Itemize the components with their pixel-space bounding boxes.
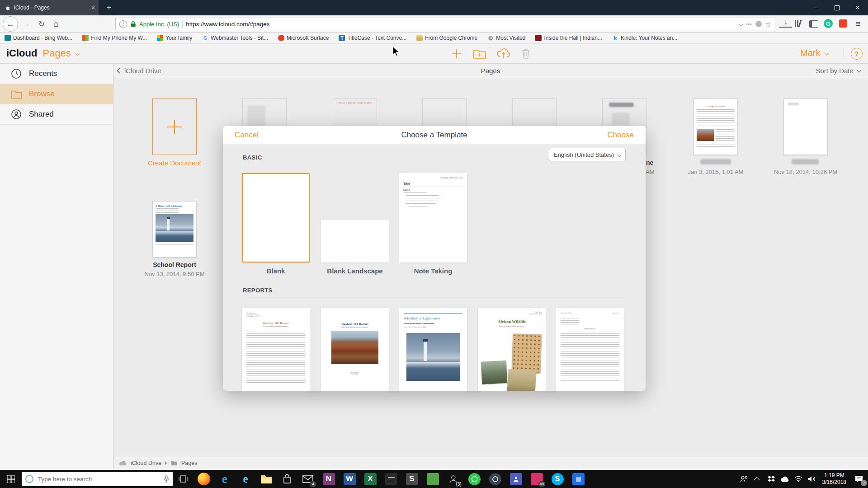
downloads-icon[interactable]: ↓: [779, 18, 792, 28]
help-button[interactable]: ?: [851, 48, 863, 60]
language-dropdown[interactable]: English (United States): [549, 148, 626, 161]
bookmark-item[interactable]: Inside the Hall | Indian...: [535, 35, 602, 41]
cancel-button[interactable]: Cancel: [235, 131, 259, 140]
pocket-icon[interactable]: [755, 21, 762, 27]
template-report-geology-photo[interactable]: Geology 101 Report Sed et lacus quis eni…: [321, 308, 389, 391]
reload-button-icon[interactable]: ↻: [35, 18, 48, 30]
menu-hamburger-icon[interactable]: ≡: [852, 18, 864, 30]
template-label-note-taking[interactable]: Note Taking: [390, 267, 476, 275]
template-report-lighthouses[interactable]: A History of Lighthouses Lorem ipsum dol…: [399, 308, 467, 391]
taskbar-green-app-icon[interactable]: [422, 470, 443, 488]
sidebar-item-recents[interactable]: Recents: [0, 64, 113, 84]
taskbar-people-app-icon[interactable]: (3): [443, 470, 464, 488]
breadcrumb-drive[interactable]: iCloud Drive: [131, 460, 161, 466]
ev-certificate-label[interactable]: Apple Inc. (US): [139, 21, 179, 28]
bookmark-item[interactable]: From Google Chrome: [416, 35, 477, 41]
task-view-button[interactable]: [173, 470, 193, 488]
taskbar-skype-icon[interactable]: S: [547, 470, 568, 488]
sidebar-item-shared[interactable]: Shared: [0, 104, 113, 125]
new-document-button[interactable]: [450, 47, 463, 61]
choose-button[interactable]: Choose: [607, 131, 634, 140]
template-report-research-paper[interactable]: Research Paper Semper 1 Report Name: [556, 308, 624, 391]
taskbar-word-icon[interactable]: W: [339, 470, 360, 488]
bookmark-item[interactable]: TTitleCase - Text Conve...: [339, 35, 406, 41]
app-brand[interactable]: iCloud Pages: [6, 47, 79, 59]
template-blank-landscape[interactable]: [321, 220, 389, 263]
action-center-icon[interactable]: 7: [850, 470, 868, 488]
taskbar-excel-icon[interactable]: X: [360, 470, 381, 488]
back-button-icon[interactable]: ←: [3, 16, 18, 32]
bookmark-item[interactable]: Microsoft Surface: [278, 35, 329, 41]
template-report-african-wildlife[interactable]: Trina Pujols December 12, 2014 African W…: [478, 308, 546, 391]
upload-document-button[interactable]: [496, 46, 511, 61]
bookmark-item[interactable]: kKindle: Your Notes an...: [612, 35, 677, 41]
delete-trash-button[interactable]: [519, 47, 533, 61]
back-to-drive-link[interactable]: iCloud Drive: [118, 67, 161, 75]
taskbar-mail-icon[interactable]: 4: [297, 470, 318, 488]
breadcrumb-folder[interactable]: Pages: [181, 460, 197, 466]
start-button[interactable]: [0, 470, 22, 488]
taskbar-onenote-icon[interactable]: N: [318, 470, 339, 488]
people-tray-icon[interactable]: [737, 470, 751, 488]
new-tab-button[interactable]: +: [103, 2, 115, 14]
window-maximize-button[interactable]: [826, 0, 847, 15]
bookmark-item[interactable]: Find My Phone My W...: [82, 35, 147, 41]
volume-tray-icon[interactable]: [805, 470, 819, 488]
document-thumbnail-school-report[interactable]: A History of Lighthouses Lorem ipsum dol…: [152, 201, 197, 258]
template-label-blank[interactable]: Blank: [233, 267, 319, 275]
create-document-label[interactable]: Create Document: [141, 159, 208, 167]
taskbar-steam-icon[interactable]: [485, 470, 505, 488]
taskbar-blue-app-icon[interactable]: [568, 470, 589, 488]
sidebar-toggle-icon[interactable]: [809, 20, 818, 28]
library-icon[interactable]: [795, 20, 801, 27]
taskbar-store-icon[interactable]: [277, 470, 297, 488]
taskbar-pink-app-icon[interactable]: 49: [526, 470, 547, 488]
tray-expand-chevron-icon[interactable]: [751, 470, 764, 488]
window-close-button[interactable]: ×: [847, 0, 868, 15]
taskbar-firefox-icon[interactable]: [193, 470, 214, 488]
urlbar-dropdown-icon[interactable]: [739, 22, 744, 26]
bookmark-item[interactable]: ⚙Most Visited: [487, 35, 525, 41]
taskbar-whatsapp-icon[interactable]: [464, 470, 485, 488]
template-report-geology-text[interactable]: Una Semper Instructor's Name December 11…: [242, 308, 310, 391]
bookmark-item[interactable]: Your family: [157, 35, 192, 41]
wifi-tray-icon[interactable]: [792, 470, 805, 488]
app-switcher-chevron-icon[interactable]: [75, 52, 80, 56]
new-folder-button[interactable]: [472, 47, 487, 61]
grammarly-extension-icon[interactable]: G: [824, 19, 833, 28]
user-menu[interactable]: Mark: [800, 48, 828, 58]
sort-by-date-dropdown[interactable]: Sort by Date: [816, 67, 861, 75]
taskbar-teams-icon[interactable]: [505, 470, 526, 488]
browser-tab-icloud[interactable]: iCloud - Pages ×: [0, 0, 99, 15]
bookmark-item[interactable]: GWebmaster Tools - Sit...: [202, 35, 268, 41]
bookmark-item[interactable]: Dashboard - Bing Web...: [5, 35, 72, 41]
sidebar-item-browse[interactable]: Browse: [0, 84, 113, 104]
onedrive-tray-icon[interactable]: [778, 470, 792, 488]
template-blank[interactable]: [242, 173, 310, 263]
template-note-taking[interactable]: Tuesday, March 28, 2017 Title Subject: [399, 173, 467, 263]
document-thumbnail[interactable]: [783, 99, 828, 155]
template-label-blank-landscape[interactable]: Blank Landscape: [312, 267, 398, 275]
search-input[interactable]: [37, 475, 147, 483]
bookmark-star-icon[interactable]: ☆: [765, 20, 771, 28]
taskbar-clock[interactable]: 1:19 PM 3/16/2018: [819, 472, 850, 486]
extension-icon[interactable]: [839, 19, 847, 28]
home-button-icon[interactable]: ⌂: [50, 18, 62, 30]
forward-button-icon[interactable]: →: [20, 18, 33, 30]
tab-close-icon[interactable]: ×: [91, 4, 95, 11]
document-thumbnail[interactable]: Geology 101 Report: [693, 99, 738, 155]
taskbar-search[interactable]: [22, 472, 173, 486]
taskbar-s-app-icon[interactable]: S: [401, 470, 422, 488]
window-minimize-button[interactable]: [806, 0, 826, 15]
page-info-icon[interactable]: i: [119, 20, 127, 28]
page-actions-icon[interactable]: •••: [746, 22, 752, 27]
taskbar-dark-app-icon[interactable]: [381, 470, 401, 488]
dropbox-tray-icon[interactable]: [764, 470, 778, 488]
microphone-icon[interactable]: [164, 475, 169, 483]
create-document-tile[interactable]: [152, 99, 197, 155]
taskbar-internet-explorer-icon[interactable]: e: [235, 470, 256, 488]
url-text[interactable]: https://www.icloud.com/#pages: [186, 21, 734, 28]
taskbar-file-explorer-icon[interactable]: [256, 470, 277, 488]
url-bar[interactable]: i Apple Inc. (US) https://www.icloud.com…: [115, 18, 775, 30]
taskbar-edge-icon[interactable]: e: [214, 470, 235, 488]
